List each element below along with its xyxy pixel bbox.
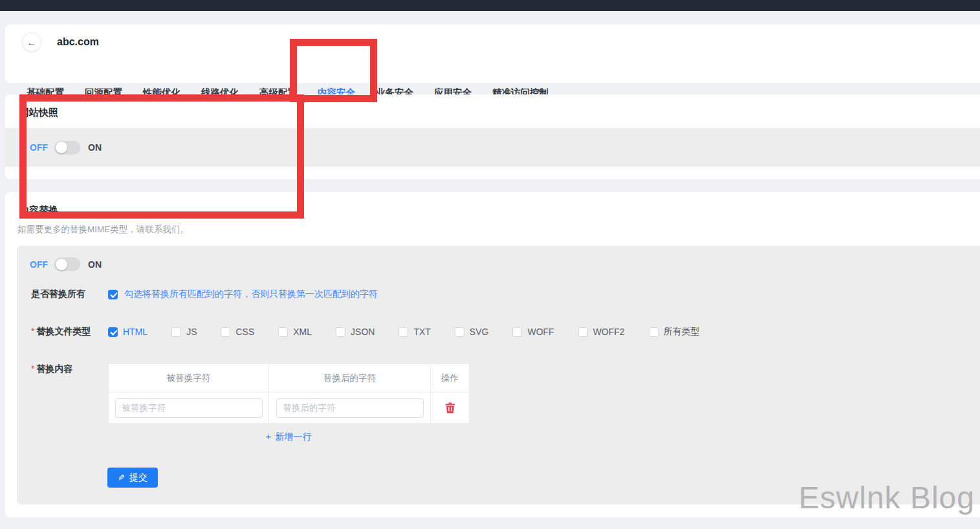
checkbox[interactable] [512, 327, 522, 337]
snapshot-section: 网站快照 OFF ON [5, 94, 980, 179]
replace-all-description: 勾选将替换所有匹配到的字符，否则只替换第一次匹配到的字符 [124, 288, 378, 300]
snapshot-toggle-off-label: OFF [30, 142, 48, 153]
checkbox[interactable] [278, 327, 288, 337]
replace-table: 被替换字符 替换后的字符 操作 [108, 363, 469, 424]
top-bar [0, 0, 980, 11]
required-asterisk: * [31, 363, 34, 374]
replace-section-title: 内容替换 [19, 204, 58, 217]
replace-form-panel: OFF ON 是否替换所有 勾选将替换所有匹配到的字符，否则只替换第一次匹配到的… [17, 246, 980, 504]
header-row: ← abc.com [22, 32, 99, 52]
replace-toggle-switch[interactable] [54, 257, 80, 271]
checkbox[interactable] [221, 327, 230, 337]
snapshot-toggle-band: OFF ON [5, 128, 980, 167]
checkbox[interactable] [398, 327, 408, 337]
checkbox[interactable] [171, 327, 181, 337]
file-type-options: HTML JS CSS XML JSON TXT SVG WOFF WOFF2 … [108, 326, 724, 338]
replace-content-row: *替换内容 被替换字符 替换后的字符 操作 [31, 363, 469, 443]
table-row-target-cell [269, 393, 431, 424]
filetype-all-types[interactable]: 所有类型 [649, 326, 700, 338]
replace-all-checkbox[interactable] [108, 290, 118, 299]
back-arrow-icon: ← [27, 37, 37, 48]
replace-section-subtitle: 如需要更多的替换MIME类型，请联系我们。 [17, 224, 189, 235]
delete-row-icon[interactable] [445, 402, 455, 413]
content-replace-section: 内容替换 如需要更多的替换MIME类型，请联系我们。 OFF ON 是否替换所有… [5, 192, 980, 517]
replace-content-label-text: 替换内容 [36, 363, 72, 374]
back-button[interactable]: ← [22, 32, 41, 52]
replace-content-label: *替换内容 [31, 363, 108, 375]
checkbox[interactable] [649, 327, 659, 337]
filetype-css[interactable]: CSS [221, 327, 254, 337]
toggle-knob [56, 142, 67, 153]
filetype-xml[interactable]: XML [278, 327, 312, 337]
checkbox[interactable] [336, 327, 345, 337]
required-asterisk: * [31, 326, 34, 336]
file-types-label: *替换文件类型 [31, 326, 108, 338]
table-row-action-cell [431, 393, 470, 424]
filetype-svg[interactable]: SVG [455, 327, 489, 337]
checkbox[interactable] [578, 327, 588, 337]
toggle-knob [56, 259, 67, 270]
replace-table-wrap: 被替换字符 替换后的字符 操作 [108, 363, 469, 443]
replace-all-label: 是否替换所有 [31, 288, 108, 300]
snapshot-toggle-on-label: ON [88, 142, 102, 153]
filetype-js[interactable]: JS [171, 327, 197, 337]
snapshot-section-title: 网站快照 [19, 107, 58, 119]
edit-pen-icon: ✎ [118, 473, 125, 482]
header-card: ← abc.com 基础配置 回源配置 性能优化 线路优化 高级配置 内容安全 … [5, 25, 980, 83]
snapshot-toggle-switch[interactable] [54, 141, 80, 155]
page: ← abc.com 基础配置 回源配置 性能优化 线路优化 高级配置 内容安全 … [0, 0, 980, 529]
replace-toggle-off-label: OFF [30, 259, 48, 270]
filetype-html[interactable]: HTML [108, 327, 147, 337]
add-row-label: 新增一行 [275, 431, 311, 442]
add-row-button[interactable]: +新增一行 [108, 431, 469, 443]
replace-toggle-row: OFF ON [30, 257, 102, 271]
filetype-txt[interactable]: TXT [398, 327, 430, 337]
column-header-source: 被替换字符 [109, 364, 269, 393]
replace-toggle-on-label: ON [88, 259, 102, 270]
plus-icon: + [266, 431, 272, 442]
target-string-input[interactable] [276, 398, 424, 418]
submit-button[interactable]: ✎ 提交 [107, 468, 158, 488]
column-header-action: 操作 [431, 364, 470, 393]
file-types-label-text: 替换文件类型 [36, 326, 91, 336]
source-string-input[interactable] [115, 398, 263, 418]
column-header-target: 替换后的字符 [269, 364, 431, 393]
file-types-row: *替换文件类型 HTML JS CSS XML JSON TXT SVG WOF… [31, 326, 724, 338]
page-title: abc.com [57, 36, 99, 48]
submit-button-label: 提交 [129, 472, 147, 484]
checkbox[interactable] [455, 327, 464, 337]
table-row-source-cell [109, 393, 269, 424]
watermark-text: Eswlnk Blog [799, 480, 975, 515]
filetype-json[interactable]: JSON [336, 327, 375, 337]
filetype-woff[interactable]: WOFF [512, 327, 554, 337]
checkbox[interactable] [108, 327, 118, 337]
filetype-woff2[interactable]: WOFF2 [578, 327, 625, 337]
replace-all-row: 是否替换所有 勾选将替换所有匹配到的字符，否则只替换第一次匹配到的字符 [31, 288, 378, 300]
